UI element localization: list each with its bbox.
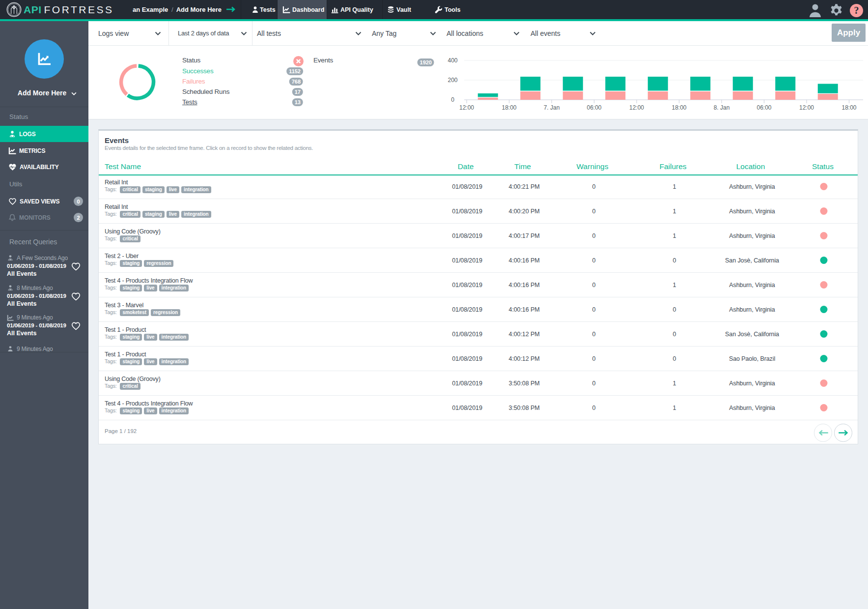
svg-text:18:00: 18:00	[841, 104, 856, 111]
svg-text:8. Jan: 8. Jan	[714, 104, 730, 111]
svg-text:06:00: 06:00	[756, 104, 771, 111]
svg-text:12:00: 12:00	[799, 104, 814, 111]
svg-text:400: 400	[448, 57, 457, 64]
svg-text:200: 200	[448, 77, 457, 84]
svg-text:12:00: 12:00	[459, 104, 474, 111]
svg-text:06:00: 06:00	[587, 104, 601, 111]
svg-text:12:00: 12:00	[629, 104, 644, 111]
svg-text:7. Jan: 7. Jan	[544, 104, 560, 111]
svg-text:0: 0	[451, 96, 454, 103]
svg-text:18:00: 18:00	[502, 104, 516, 111]
svg-text:18:00: 18:00	[672, 104, 686, 111]
